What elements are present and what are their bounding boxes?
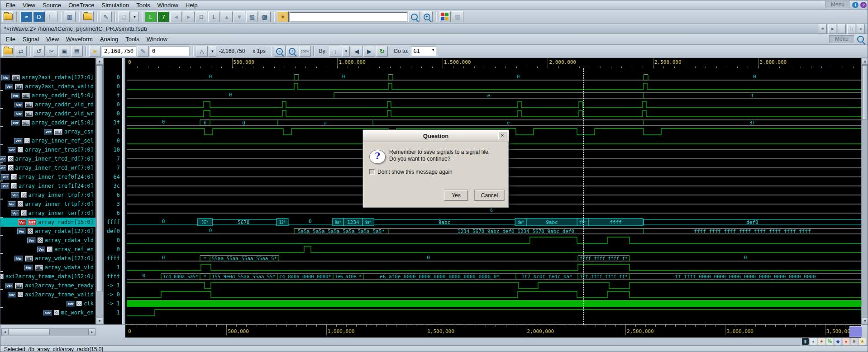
signal-row[interactable]: Verarray_rdata[127:0] (0, 227, 95, 236)
terminal-icon[interactable]: ▮ (802, 338, 809, 345)
paste-dropdown[interactable]: ▼ (131, 12, 138, 22)
scroll-down-icon[interactable]: ▼ (96, 318, 103, 324)
menu-item-win-window[interactable]: Window (154, 1, 182, 9)
chevron-down-icon[interactable]: ▼ (432, 48, 434, 55)
search-by-dropdown[interactable]: ▼ (342, 46, 350, 57)
down-scope-button[interactable]: ▼ (234, 11, 245, 22)
cursor-mode-button[interactable]: ➤ (89, 46, 101, 57)
signal-row[interactable]: VerNETarray_caddr_vld_rd (0, 100, 95, 109)
tile-window-button[interactable]: ▧ (246, 11, 258, 22)
signal-row[interactable]: Verarray_inner_tref0[24:0] (0, 172, 95, 181)
signal-row[interactable]: Veraxi2array_frame_valid (0, 290, 95, 299)
scroll-down-icon[interactable]: ▼ (862, 318, 868, 324)
signal-row[interactable]: Verarray_inner_trtp[7:0] (0, 200, 95, 209)
signal-row[interactable]: VerNETarray_caddr_rd[5:0] (0, 91, 95, 100)
dialog-titlebar[interactable]: Question × (363, 130, 509, 142)
menu-item-nwave-window[interactable]: Window (143, 35, 171, 43)
session-folder-button[interactable] (82, 11, 94, 22)
paste-disabled-button[interactable]: ▤ (118, 11, 130, 22)
cut-button[interactable]: ✂ (46, 46, 57, 57)
signal-row[interactable]: Vermc_work_en (0, 308, 95, 317)
menu-item-win-tools[interactable]: Tools (133, 1, 153, 9)
signal-row[interactable]: VerNETarray_raddr[15:0] (0, 218, 95, 227)
signal-row[interactable]: VerNETarray_csn (0, 127, 95, 136)
search-backward-button[interactable]: ◀ (351, 46, 362, 57)
back-button[interactable]: ◄ (170, 11, 182, 22)
menu-item-win-onetrace[interactable]: OneTrace (65, 1, 98, 9)
nschema-hierarchy-button[interactable]: ⊢ (46, 11, 57, 22)
dont-show-checkbox[interactable] (369, 169, 375, 175)
cascade-window-button[interactable]: ▩ (259, 11, 271, 22)
pan-hand-icon[interactable]: ➤ (828, 24, 836, 34)
open-file-button[interactable] (2, 11, 14, 22)
signal-row[interactable]: VerNETarray2axi_rdata[127:0] (0, 73, 95, 82)
menu-item-win-source[interactable]: Source (39, 1, 65, 9)
verdi-logo-disabled-icon[interactable]: ▦ (452, 11, 463, 22)
names-vertical-scrollbar[interactable]: ▲▼ (95, 58, 104, 324)
command-input[interactable] (290, 12, 407, 22)
zoom-in-button[interactable]: + (286, 46, 298, 57)
cancel-button[interactable]: Cancel (475, 190, 504, 200)
reload-file-button[interactable]: ⇄ (15, 46, 27, 57)
goto-load-button[interactable]: L (208, 11, 220, 22)
marker-button[interactable]: ✎ (137, 46, 149, 57)
signal-row[interactable]: Verarray_inner_twr[7:0] (0, 209, 95, 218)
app-info-icon[interactable]: i (852, 2, 858, 8)
signal-row[interactable]: VerNETarray_caddr_wr[5:0] (0, 118, 95, 127)
signal-row[interactable]: Verarray_inner_tras[7:0] (0, 145, 95, 154)
signal-row[interactable]: VerNETarray_caddr_vld_wr (0, 109, 95, 118)
maximize-button[interactable]: □ (847, 24, 855, 34)
minimize-button[interactable]: _ (838, 24, 846, 34)
percent-icon[interactable]: % (826, 338, 833, 345)
nwave-window-button[interactable]: ≈ (20, 11, 32, 22)
verdi-logo-icon[interactable] (439, 11, 451, 22)
menu-item-nwave-waveform[interactable]: Waveform (62, 35, 96, 43)
scroll-right-icon[interactable]: ► (88, 329, 95, 335)
list-icon[interactable]: ≡ (851, 338, 858, 345)
zoom-full-button[interactable]: 100% (299, 46, 311, 57)
search-next-icon[interactable]: + (421, 11, 433, 22)
display-icon[interactable]: ◐ (810, 338, 817, 345)
menu-item-win-view[interactable]: View (19, 1, 39, 9)
app-help-icon[interactable]: ? (860, 2, 867, 8)
scroll-up-icon[interactable]: ▲ (862, 58, 868, 65)
edit-button[interactable]: ✎ (100, 11, 112, 22)
signal-row[interactable]: VerNETarray_wdata_vld (0, 263, 95, 272)
gem-icon[interactable]: ◆ (835, 338, 841, 345)
marker-up-icon[interactable]: △ (196, 46, 208, 57)
waveform-vertical-scrollbar[interactable]: ▲▼ (861, 58, 868, 324)
signal-row[interactable]: axi2array_frame_data[152:0] (0, 272, 95, 281)
menu-item-nwave-analog[interactable]: Analog (96, 35, 122, 43)
signal-row[interactable]: VerNETarray_wdata[127:0] (0, 254, 95, 263)
goto-group-field[interactable]: G1▼ (411, 47, 436, 56)
undo-button[interactable]: ↺ (33, 46, 45, 57)
signal-row[interactable]: Verarray_inner_trcd_wr[7:0] (0, 163, 95, 172)
marker-dropdown[interactable]: ▼ (209, 46, 216, 57)
menu-item-win-simulation[interactable]: Simulation (98, 1, 133, 9)
window-menu-button[interactable]: Menu (825, 1, 850, 9)
bookmark-button[interactable]: ✦ (277, 11, 289, 22)
cursor-time-field[interactable]: 2,168,750 (102, 47, 136, 56)
signal-row[interactable]: Verarray_ref_en (0, 245, 95, 254)
forward-button[interactable]: ► (183, 11, 195, 22)
signal-row[interactable]: Verarray_inner_trcd_rd[7:0] (0, 154, 95, 163)
yes-button[interactable]: Yes (444, 190, 468, 200)
signal-row[interactable]: Verarray_inner_tref1[24:0] (0, 181, 95, 190)
sim-step-button[interactable]: 7 (157, 11, 169, 22)
signal-row[interactable]: Verarray_inner_trp[7:0] (0, 190, 95, 200)
scroll-up-icon[interactable]: ▲ (96, 58, 103, 65)
signal-row[interactable]: VerNETaxi2array_frame_ready (0, 281, 95, 290)
nwave-menu-button[interactable]: Menu (829, 35, 854, 43)
menu-item-nwave-file[interactable]: File (2, 35, 19, 43)
find-signal-icon[interactable] (857, 36, 864, 43)
sim-start-button[interactable]: L (145, 11, 157, 22)
health-icon[interactable]: + (818, 338, 825, 345)
search-by-value-button[interactable]: ↕ (329, 46, 341, 57)
goto-driver-button[interactable]: D (196, 11, 207, 22)
signal-names-pane[interactable]: VerNETarray2axi_rdata[127:0]VerNETarray2… (0, 58, 95, 324)
pane-splitter[interactable] (122, 58, 125, 324)
scroll-thumb[interactable] (862, 65, 868, 119)
settings-gear-icon[interactable]: ✳ (819, 24, 827, 34)
signal-row[interactable]: Verclk (0, 299, 95, 308)
names-horizontal-scrollbar[interactable]: ◄ ► (1, 328, 95, 336)
